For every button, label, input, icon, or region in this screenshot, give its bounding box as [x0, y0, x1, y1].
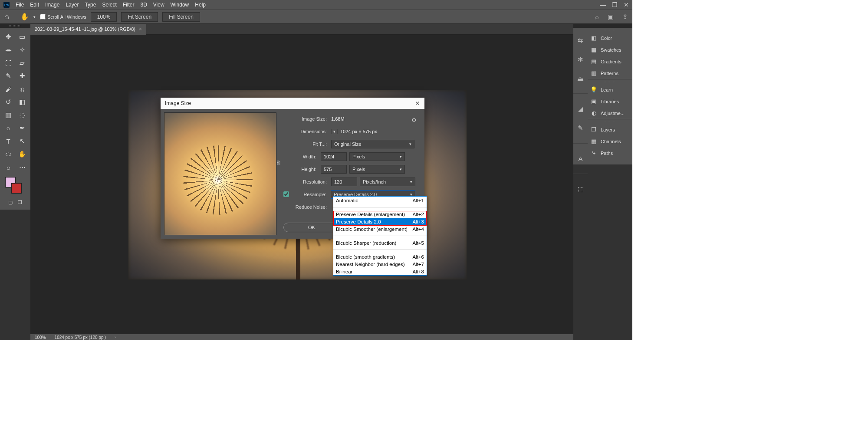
dropdown-option-selected[interactable]: Preserve Details 2.0Alt+3: [333, 218, 427, 225]
tool-preset-chevron-icon[interactable]: ▾: [33, 15, 36, 19]
navigator-panel-icon[interactable]: ✻: [578, 56, 583, 63]
panel-layers[interactable]: ❒Layers: [588, 124, 632, 135]
pen-tool-icon[interactable]: ✒: [16, 123, 28, 133]
hand-tool-icon-2[interactable]: ✋: [16, 149, 28, 159]
zoom-level-display[interactable]: 100%: [91, 12, 117, 22]
color-panel-icon[interactable]: ⇆: [578, 36, 583, 44]
menu-type[interactable]: Type: [85, 2, 96, 8]
tools-collapse-handle[interactable]: [0, 24, 30, 28]
marquee-tool-icon[interactable]: ▭: [16, 32, 28, 42]
dropdown-option[interactable]: Bicubic Smoother (enlargement)Alt+4: [333, 225, 427, 233]
document-info[interactable]: 1024 px x 575 px (120 ppi): [55, 335, 106, 340]
fill-screen-button[interactable]: Fill Screen: [162, 12, 200, 22]
panel-color[interactable]: ◧Color: [588, 32, 632, 44]
menu-filter[interactable]: Filter: [123, 2, 135, 8]
gradient-tool-icon[interactable]: ▥: [3, 110, 14, 120]
magic-wand-tool-icon[interactable]: ✧: [16, 45, 28, 55]
dialog-settings-icon[interactable]: ⚙: [411, 117, 417, 123]
dodge-tool-icon[interactable]: ○: [3, 123, 14, 133]
clone-stamp-tool-icon[interactable]: ⎌: [16, 84, 28, 94]
background-color[interactable]: [11, 183, 22, 194]
search-icon[interactable]: ⌕: [595, 13, 599, 21]
height-input[interactable]: [321, 165, 347, 174]
eraser-tool-icon[interactable]: ◧: [16, 97, 28, 107]
close-icon[interactable]: ✕: [624, 1, 629, 8]
history-brush-tool-icon[interactable]: ↺: [3, 97, 14, 107]
shape-tool-icon[interactable]: ⬭: [3, 149, 14, 159]
eyedropper-tool-icon[interactable]: ✎: [3, 71, 14, 81]
frame-tool-icon[interactable]: ▱: [16, 58, 28, 68]
menu-view[interactable]: View: [153, 2, 164, 8]
dropdown-option[interactable]: Preserve Details (enlargement)Alt+2: [333, 210, 427, 218]
dimensions-chevron-icon[interactable]: ▾: [331, 129, 338, 134]
panel-channels[interactable]: ▦Channels: [588, 135, 632, 147]
swatches-icon: ▦: [590, 46, 597, 53]
height-unit-select[interactable]: Pixels▾: [349, 165, 405, 174]
hand-tool-icon[interactable]: ✋: [20, 13, 29, 21]
fit-to-select[interactable]: Original Size▾: [331, 140, 414, 148]
dropdown-option[interactable]: Bicubic Sharper (reduction)Alt+5: [333, 239, 427, 247]
more-tools-icon[interactable]: ⋯: [16, 162, 28, 172]
lasso-tool-icon[interactable]: ⌯: [3, 45, 14, 55]
menu-select[interactable]: Select: [102, 2, 116, 8]
text-tool-icon[interactable]: T: [3, 136, 14, 146]
menu-file[interactable]: File: [16, 2, 24, 8]
panel-libraries[interactable]: ▣Libraries: [588, 95, 632, 107]
scroll-all-windows-checkbox[interactable]: Scroll All Windows: [40, 14, 86, 20]
document-tab[interactable]: 2021-03-29_15-45-41 -11.jpg @ 100% (RGB/…: [30, 24, 146, 35]
constrain-link-icon[interactable]: ⎘: [277, 160, 280, 166]
status-chevron-icon[interactable]: ›: [115, 335, 116, 339]
panel-patterns[interactable]: ▥Patterns: [588, 67, 632, 79]
panel-paths[interactable]: ⤷Paths: [588, 147, 632, 159]
dropdown-option[interactable]: Bicubic (smooth gradients)Alt+6: [333, 253, 427, 260]
home-icon[interactable]: ⌂: [4, 12, 9, 21]
panel-swatches[interactable]: ▦Swatches: [588, 44, 632, 56]
restore-icon[interactable]: ❐: [612, 1, 618, 8]
menu-3d[interactable]: 3D: [140, 2, 147, 8]
dropdown-option[interactable]: Nearest Neighbor (hard edges)Alt+7: [333, 260, 427, 268]
resample-dropdown: AutomaticAlt+1 Preserve Details (enlarge…: [333, 196, 427, 276]
minimize-icon[interactable]: —: [600, 1, 606, 8]
zoom-tool-icon[interactable]: ⌕: [3, 162, 14, 172]
width-unit-select[interactable]: Pixels▾: [349, 152, 405, 161]
dropdown-option[interactable]: AutomaticAlt+1: [333, 197, 427, 204]
workspace-icon[interactable]: ▣: [608, 13, 614, 21]
dialog-close-icon[interactable]: ✕: [415, 100, 420, 107]
3d-panel-icon[interactable]: ⬚: [578, 185, 584, 193]
dialog-title-bar[interactable]: Image Size ✕: [161, 98, 424, 109]
crop-tool-icon[interactable]: ⛶: [3, 58, 14, 68]
path-selection-tool-icon[interactable]: ↖: [16, 136, 28, 146]
right-strip-collapse-handle[interactable]: [573, 24, 588, 28]
menu-help[interactable]: Help: [195, 2, 206, 8]
character-panel-icon[interactable]: A: [578, 155, 582, 162]
zoom-percent[interactable]: 100%: [35, 335, 46, 340]
dropdown-option[interactable]: BilinearAlt+8: [333, 268, 427, 275]
panel-adjustments[interactable]: ◐Adjustme...: [588, 107, 632, 119]
menu-edit[interactable]: Edit: [30, 2, 39, 8]
menu-layer[interactable]: Layer: [66, 2, 79, 8]
ok-button[interactable]: OK: [283, 223, 340, 232]
panel-learn[interactable]: 💡Learn: [588, 84, 632, 95]
brush-panel-icon[interactable]: ◢: [578, 105, 583, 113]
blur-tool-icon[interactable]: ◌: [16, 110, 28, 120]
width-input[interactable]: [321, 152, 347, 161]
brush-tool-icon[interactable]: 🖌: [3, 84, 14, 94]
quick-mask-icon[interactable]: ▢: [8, 200, 13, 205]
color-swatch[interactable]: [3, 177, 28, 196]
menu-image[interactable]: Image: [45, 2, 59, 8]
fit-screen-button[interactable]: Fit Screen: [121, 12, 158, 22]
healing-brush-tool-icon[interactable]: ✚: [16, 71, 28, 81]
share-icon[interactable]: ⇪: [622, 13, 628, 21]
screen-mode-icon[interactable]: ❐: [18, 200, 22, 205]
tab-close-icon[interactable]: ×: [139, 26, 142, 32]
right-panel: ◧Color ▦Swatches ▤Gradients ▥Patterns 💡L…: [588, 28, 632, 164]
move-tool-icon[interactable]: ✥: [3, 32, 14, 42]
histogram-panel-icon[interactable]: ⛰: [577, 75, 584, 82]
resolution-unit-select[interactable]: Pixels/Inch▾: [360, 177, 415, 186]
resample-checkbox[interactable]: [283, 191, 289, 197]
brush-settings-icon[interactable]: ✎: [578, 124, 583, 132]
panel-gradients[interactable]: ▤Gradients: [588, 56, 632, 67]
right-panel-collapse-handle[interactable]: [588, 24, 632, 28]
resolution-input[interactable]: [331, 177, 357, 186]
menu-window[interactable]: Window: [171, 2, 189, 8]
